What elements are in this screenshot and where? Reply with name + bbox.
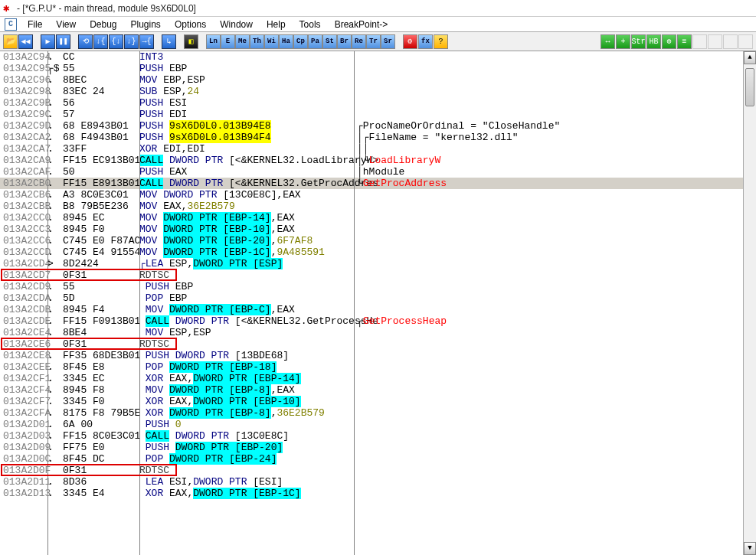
panel-btn-ln[interactable]: Ln [206, 34, 221, 49]
menu-debug[interactable]: Debug [83, 18, 123, 31]
disasm-row[interactable]: 013A2D13. 3345 E4 XOR EAX,DWORD PTR [EBP… [0, 488, 756, 499]
right-btn-10[interactable] [738, 34, 753, 49]
disasm-row[interactable]: 013A2CCD. C745 E4 91554MOV DWORD PTR [EB… [0, 246, 756, 258]
step-button-1[interactable]: ⟲ [78, 34, 93, 49]
menu-breakpoint[interactable]: BreakPoint-> [329, 18, 394, 31]
panel-btn-sr[interactable]: Sr [381, 34, 395, 49]
step-button-4[interactable]: ↓} [124, 34, 139, 49]
disasm-row[interactable]: 013A2CDA. 5D POP EBP [0, 292, 756, 304]
open-button[interactable]: 📂 [3, 34, 18, 49]
disasm-row[interactable]: 013A2CE6 0F31RDTSC [0, 338, 756, 350]
marker-col: . [47, 476, 63, 488]
disassembly-pane[interactable]: 013A2C94. CCINT3013A2C95┌$55PUSH EBP013A… [0, 51, 756, 555]
right-btn-7[interactable] [692, 34, 707, 49]
scroll-thumb[interactable] [745, 68, 754, 106]
disasm-row[interactable]: 013A2CE8. FF35 68DE3B01 PUSH DWORD PTR [… [0, 350, 756, 361]
panel-btn-tr[interactable]: Tr [366, 34, 381, 49]
scrollbar[interactable]: ▲ ▼ [743, 51, 756, 555]
menu-tools[interactable]: Tools [293, 18, 327, 31]
disasm-row[interactable]: 013A2CBB. B8 79B5E236MOV EAX,36E2B579 [0, 201, 756, 212]
right-btn-8[interactable] [708, 34, 722, 49]
hex-col: 8BE4 [63, 327, 139, 338]
panel-btn-br[interactable]: Br [337, 34, 352, 49]
disasm-row[interactable]: 013A2C9D. 68 E8943B01PUSH 9sX6D0L0.013B9… [0, 120, 756, 132]
step-button-3[interactable]: {↓ [109, 34, 123, 49]
disasm-row[interactable]: 013A2D11. 8D36 LEA ESI,DWORD PTR [ESI] [0, 476, 756, 488]
panel-btn-wi[interactable]: Wi [264, 34, 279, 49]
disasm-row[interactable]: 013A2CFA. 8175 F8 79B5E XOR DWORD PTR [E… [0, 407, 756, 419]
panel-btn-e[interactable]: E [221, 34, 235, 49]
cpu-icon[interactable]: C [5, 18, 17, 31]
disasm-row[interactable]: 013A2CD9. 55 PUSH EBP [0, 281, 756, 292]
menu-window[interactable]: Window [214, 18, 259, 31]
panel-btn-cp[interactable]: Cp [293, 34, 308, 49]
disasm-row[interactable]: 013A2C9C. 57PUSH EDI [0, 109, 756, 120]
disasm-row[interactable]: 013A2CAF. 50PUSH EAX│hModule [0, 166, 756, 178]
right-btn-4[interactable]: HB [646, 34, 661, 49]
panel-btn-me[interactable]: Me [235, 34, 250, 49]
disasm-row[interactable]: 013A2CA7. 33FFXOR EDI,EDI││ [0, 143, 756, 155]
disasm-row[interactable]: 013A2C94. CCINT3 [0, 51, 756, 63]
disasm-row[interactable]: 013A2CB0. FF15 E8913B01CALL DWORD PTR [<… [0, 178, 756, 189]
disasm-row[interactable]: 013A2CC0. 8945 ECMOV DWORD PTR [EBP-14],… [0, 212, 756, 224]
panel-btn-ha[interactable]: Ha [279, 34, 293, 49]
disasm-row[interactable]: 013A2C98. 83EC 24SUB ESP,24 [0, 86, 756, 97]
disasm-row[interactable]: 013A2CC3. 8945 F0MOV DWORD PTR [EBP-10],… [0, 224, 756, 235]
disasm-row[interactable]: 013A2D03. FF15 8C0E3C01 CALL DWORD PTR [… [0, 430, 756, 442]
panel-btn-pa[interactable]: Pa [308, 34, 322, 49]
disasm-row[interactable]: 013A2CEE. 8F45 E8 POP DWORD PTR [EBP-18] [0, 361, 756, 373]
disasm-row[interactable]: 013A2CC6. C745 E0 F87ACMOV DWORD PTR [EB… [0, 235, 756, 246]
disasm-col: MOV DWORD PTR [EBP-20],6F7AF8 [139, 235, 354, 246]
step-button-2[interactable]: ↓{ [93, 34, 108, 49]
right-btn-1[interactable]: ↔ [601, 34, 615, 49]
scroll-up-button[interactable]: ▲ [744, 51, 756, 64]
fx-button[interactable]: fx [418, 34, 433, 49]
help-button[interactable]: ? [434, 34, 448, 49]
menu-options[interactable]: Options [169, 18, 212, 31]
scroll-down-button[interactable]: ▼ [744, 542, 756, 555]
right-btn-3[interactable]: Str [631, 34, 646, 49]
disasm-row[interactable]: 013A2CD4> 8D2424┌LEA ESP,DWORD PTR [ESP] [0, 258, 756, 269]
disasm-row[interactable]: 013A2CA9. FF15 EC913B01CALL DWORD PTR [<… [0, 155, 756, 166]
disasm-row[interactable]: 013A2D01. 6A 00 PUSH 0 [0, 419, 756, 430]
right-btn-5[interactable]: ⊕ [662, 34, 676, 49]
disasm-row[interactable]: 013A2C96. 8BECMOV EBP,ESP [0, 74, 756, 86]
disasm-row[interactable]: 013A2D09. FF75 E0 PUSH DWORD PTR [EBP-20… [0, 442, 756, 453]
disasm-row[interactable]: 013A2CF7. 3345 F0 XOR EAX,DWORD PTR [EBP… [0, 396, 756, 407]
disasm-row[interactable]: 013A2CDE. FF15 F0913B01 CALL DWORD PTR [… [0, 315, 756, 327]
run-button[interactable]: ▶ [41, 34, 55, 49]
addr-col: 013A2CDA [0, 292, 47, 304]
disasm-row[interactable]: 013A2CDB. 8945 F4 MOV DWORD PTR [EBP-C],… [0, 304, 756, 315]
disasm-row[interactable]: 013A2D0F 0F31RDTSC [0, 465, 756, 476]
right-btn-2[interactable]: + [616, 34, 630, 49]
disasm-row[interactable]: 013A2CF4. 8945 F8 MOV DWORD PTR [EBP-8],… [0, 384, 756, 396]
addr-col: 013A2CDE [0, 315, 47, 327]
disasm-row[interactable]: 013A2CB6. A3 8C0E3C01MOV DWORD PTR [13C0… [0, 189, 756, 201]
cube-button[interactable]: ◧ [184, 34, 198, 49]
hex-col: 57 [63, 109, 139, 120]
disasm-row[interactable]: 013A2CA2. 68 F4943B01PUSH 9sX6D0L0.013B9… [0, 132, 756, 143]
disasm-row[interactable]: 013A2C9B. 56PUSH ESI [0, 97, 756, 109]
panel-btn-th[interactable]: Th [250, 34, 264, 49]
disasm-row[interactable]: 013A2C95┌$55PUSH EBP [0, 63, 756, 74]
disasm-row[interactable]: 013A2D0C. 8F45 DC POP DWORD PTR [EBP-24] [0, 453, 756, 465]
step-button-5[interactable]: →{ [139, 34, 154, 49]
disasm-row[interactable]: 013A2CD7 0F31RDTSC [0, 269, 756, 281]
menu-help[interactable]: Help [260, 18, 292, 31]
menu-file[interactable]: File [21, 18, 48, 31]
menu-view[interactable]: View [50, 18, 82, 31]
settings-button[interactable]: ⚙ [403, 34, 417, 49]
addr-col: 013A2C94 [0, 51, 47, 63]
marker-col: . [47, 281, 63, 292]
pause-button[interactable]: ❚❚ [56, 34, 70, 49]
disasm-row[interactable]: 013A2CF1. 3345 EC XOR EAX,DWORD PTR [EBP… [0, 373, 756, 384]
menu-plugins[interactable]: Plugins [125, 18, 167, 31]
panel-btn-st[interactable]: St [322, 34, 337, 49]
right-btn-6[interactable]: ≡ [677, 34, 692, 49]
disasm-row[interactable]: 013A2CE4. 8BE4 MOV ESP,ESP [0, 327, 756, 338]
right-btn-9[interactable] [723, 34, 738, 49]
disasm-col: POP DWORD PTR [EBP-18] [139, 361, 354, 373]
rewind-button[interactable]: ◀◀ [18, 34, 33, 49]
panel-btn-re[interactable]: Re [352, 34, 366, 49]
step-into-button[interactable]: ↳ [162, 34, 176, 49]
